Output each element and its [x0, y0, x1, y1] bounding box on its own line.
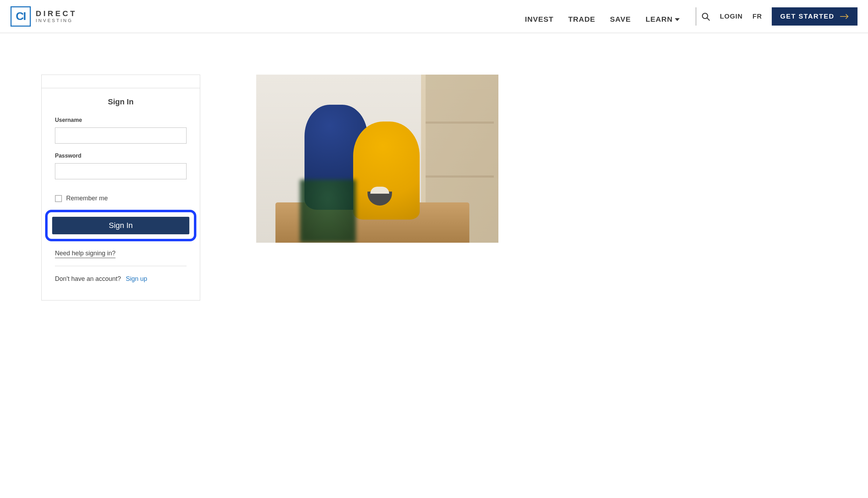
get-started-button[interactable]: GET STARTED: [772, 7, 858, 26]
nav-trade[interactable]: TRADE: [568, 15, 595, 23]
main-content: Sign In Username Password Remember me Si…: [0, 33, 868, 314]
signin-separator: [55, 266, 187, 266]
signup-link[interactable]: Sign up: [126, 275, 147, 283]
hero-image: [256, 75, 498, 243]
remember-me-checkbox[interactable]: [55, 195, 62, 202]
nav-learn[interactable]: LEARN: [646, 15, 680, 23]
brand-abbr: CI: [16, 10, 26, 23]
help-signing-in-link[interactable]: Need help signing in?: [55, 250, 115, 258]
signin-button[interactable]: Sign In: [52, 217, 189, 234]
chevron-down-icon: [675, 18, 680, 21]
search-icon[interactable]: [701, 12, 710, 21]
nav-save[interactable]: SAVE: [610, 15, 631, 23]
brand-line1: DIRECT: [36, 9, 77, 18]
signin-button-highlight: Sign In: [45, 210, 196, 241]
brand-wordmark: DIRECT INVESTING: [36, 9, 77, 23]
header-right: LOGIN FR GET STARTED: [701, 7, 858, 26]
arrow-right-icon: [840, 14, 849, 19]
brand-mark: CI: [10, 6, 31, 27]
username-input[interactable]: [55, 127, 187, 144]
primary-nav: INVEST TRADE SAVE LEARN: [525, 12, 691, 26]
language-toggle[interactable]: FR: [752, 13, 762, 20]
nav-learn-label: LEARN: [646, 15, 673, 23]
signin-card: Sign In Username Password Remember me Si…: [41, 75, 200, 300]
signin-body: Sign In Username Password Remember me Si…: [42, 88, 200, 300]
password-input[interactable]: [55, 163, 187, 179]
password-label: Password: [55, 153, 187, 159]
site-header: CI DIRECT INVESTING INVEST TRADE SAVE LE…: [0, 0, 868, 33]
brand-line2: INVESTING: [36, 18, 77, 23]
signup-row: Don't have an account? Sign up: [55, 275, 187, 283]
signin-tabbar: [42, 75, 200, 88]
username-label: Username: [55, 117, 187, 123]
signin-title: Sign In: [55, 97, 187, 106]
login-link[interactable]: LOGIN: [720, 13, 743, 20]
brand-logo[interactable]: CI DIRECT INVESTING: [10, 6, 77, 27]
no-account-text: Don't have an account?: [55, 275, 121, 283]
remember-me-label: Remember me: [66, 195, 108, 202]
remember-me-row: Remember me: [55, 195, 187, 202]
svg-line-1: [707, 18, 709, 20]
nav-invest[interactable]: INVEST: [525, 15, 554, 23]
header-divider: [696, 7, 696, 26]
get-started-label: GET STARTED: [780, 13, 834, 20]
